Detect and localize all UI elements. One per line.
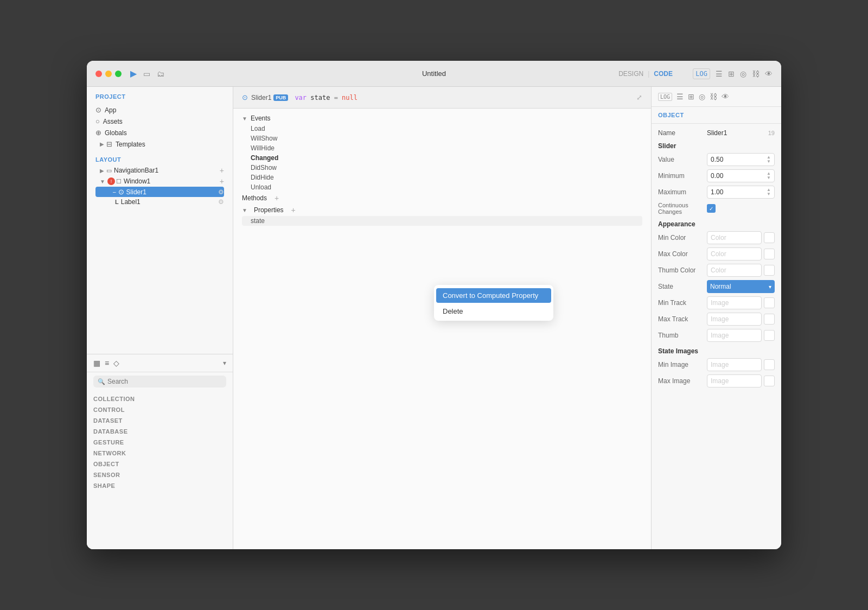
name-count: 19 [768,130,775,136]
event-didshow[interactable]: DidShow [242,163,642,173]
thumb-color-swatch[interactable] [764,265,775,276]
max-image-btn[interactable] [764,376,775,386]
thumb-btn[interactable] [764,330,775,341]
design-code-switcher: DESIGN | CODE [618,70,673,78]
event-changed[interactable]: Changed [242,153,642,163]
comp-category-control[interactable]: CONTROL [93,404,226,415]
pub-badge: PUB [273,94,288,101]
expand-icon[interactable]: ⊞ [728,69,735,78]
properties-add[interactable]: + [291,206,296,214]
methods-add[interactable]: + [275,194,279,202]
continuous-checkbox[interactable]: ✓ [707,204,716,213]
design-label[interactable]: DESIGN [618,70,643,78]
sidebar-item-globals[interactable]: ⊕ Globals [95,127,224,138]
comp-search-input[interactable] [107,378,222,385]
panel-list-icon[interactable]: ☰ [676,92,684,101]
comp-category-collection[interactable]: COLLECTION [93,393,226,404]
min-track-btn[interactable] [764,297,775,308]
minimum-stepper[interactable]: ▲ ▼ [767,171,771,180]
min-track-input[interactable]: Image [707,296,762,309]
link-icon[interactable]: ⛓ [752,69,760,78]
min-image-input[interactable]: Image [707,358,762,371]
label-gear[interactable]: ⚙ [218,198,224,206]
window-add[interactable]: + [220,177,224,186]
panel-expand-icon[interactable]: ⊞ [688,92,694,101]
maximum-row: Maximum 1.00 ▲ ▼ [658,186,775,199]
panel-eye-icon[interactable]: 👁 [722,92,729,101]
state-dropdown[interactable]: Normal ▾ [707,280,775,293]
max-color-swatch[interactable] [764,249,775,259]
log-icon[interactable]: LOG [693,68,710,79]
tree-item-label[interactable]: L Label1 ⚙ [95,197,224,207]
sidebar-item-templates[interactable]: ▶ ⊟ Templates [95,138,224,150]
slider-label: Slider1 [126,188,218,196]
comp-category-dataset[interactable]: DATASET [93,415,226,425]
thumb-color-input[interactable]: Color [707,264,762,277]
comp-chevron-down-icon[interactable]: ▾ [223,359,226,367]
slider-gear[interactable]: ⚙ [218,188,224,196]
maximum-input[interactable]: 1.00 ▲ ▼ [707,186,775,199]
min-down[interactable]: ▼ [767,176,771,180]
tree-item-slider[interactable]: – ⊙ Slider1 ⚙ [95,187,224,197]
min-image-btn[interactable] [764,359,775,370]
maximum-stepper[interactable]: ▲ ▼ [767,188,771,196]
fullscreen-button[interactable] [115,71,122,77]
tree-item-window[interactable]: ▼ ! ☐ Window1 + [95,176,224,187]
open-external-icon[interactable]: ⤢ [636,93,642,101]
code-label[interactable]: CODE [654,70,673,78]
max-image-input[interactable]: Image [707,374,762,387]
max-track-btn[interactable] [764,314,775,325]
sidebar-item-app[interactable]: ⊙ App [95,104,224,116]
state-label: State [658,283,707,290]
window-label: Window1 [124,177,220,185]
min-color-swatch[interactable] [764,232,775,243]
app-label: App [105,106,116,114]
comp-shape-icon[interactable]: ◇ [113,359,119,367]
max-down[interactable]: ▼ [767,192,771,196]
tree-item-navbar[interactable]: ▶ ▭ NavigationBar1 + [95,165,224,176]
context-menu-convert[interactable]: Convert to Computed Property [436,288,551,303]
value-input[interactable]: 0.50 ▲ ▼ [707,153,775,166]
comp-category-database[interactable]: DATABASE [93,425,226,436]
device-icon[interactable]: ▭ [143,69,150,78]
panel-link-icon[interactable]: ⛓ [710,92,717,101]
navbar-add[interactable]: + [220,166,224,175]
min-color-input[interactable]: Color [707,231,762,244]
event-willhide[interactable]: WillHide [242,143,642,153]
events-section[interactable]: ▼ Events [242,113,642,124]
max-track-input[interactable]: Image [707,313,762,326]
comp-category-object[interactable]: OBJECT [93,458,226,469]
event-willshow[interactable]: WillShow [242,134,642,143]
value-stepper[interactable]: ▲ ▼ [767,155,771,164]
comp-category-network[interactable]: NETWORK [93,447,226,458]
name-row: Name Slider1 19 [658,129,775,137]
close-button[interactable] [95,71,102,77]
comp-category-sensor[interactable]: SENSOR [93,469,226,480]
play-icon[interactable]: ▶ [130,68,137,79]
navbar-label: NavigationBar1 [114,167,220,174]
sidebar-item-assets[interactable]: ○ Assets [95,116,224,127]
value-down[interactable]: ▼ [767,160,771,164]
list-icon[interactable]: ☰ [716,69,723,78]
eye-icon[interactable]: 👁 [765,69,773,78]
log-badge[interactable]: LOG [658,93,672,101]
max-color-input[interactable]: Color [707,247,762,260]
code-var-display: var state = null [295,94,358,101]
max-track-row: Max Track Image [658,313,775,326]
comp-category-shape[interactable]: SHAPE [93,480,226,491]
thumb-input[interactable]: Image [707,329,762,342]
component-toolbar: ▦ ≡ ◇ ▾ [87,354,233,372]
event-load[interactable]: Load [242,124,642,134]
comp-list-icon[interactable]: ≡ [105,359,109,367]
circle-icon[interactable]: ◎ [740,69,746,78]
file-icon[interactable]: 🗂 [157,69,164,78]
comp-grid-icon[interactable]: ▦ [93,359,100,367]
minimize-button[interactable] [105,71,112,77]
event-unload[interactable]: Unload [242,182,642,192]
panel-circle-icon[interactable]: ◎ [699,92,705,101]
comp-category-gesture[interactable]: GESTURE [93,436,226,447]
event-didhide[interactable]: DidHide [242,173,642,182]
minimum-input[interactable]: 0.00 ▲ ▼ [707,169,775,182]
context-menu-delete[interactable]: Delete [434,304,553,319]
property-state[interactable]: state [242,216,642,226]
